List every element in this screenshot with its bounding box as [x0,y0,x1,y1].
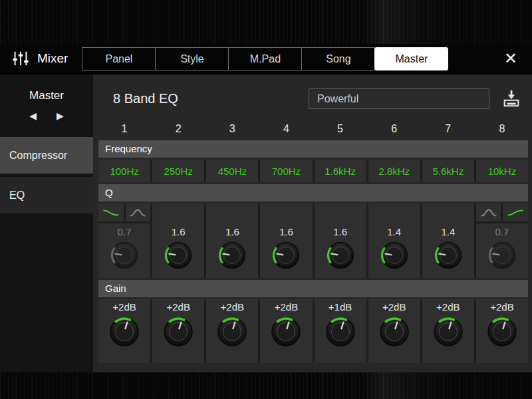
preset-selector[interactable]: Powerful [309,88,489,109]
q-knob[interactable] [476,239,528,271]
content-area: Master ◀ ▶ Compressor EQ 8 Band EQ Power… [0,74,532,372]
gain-knob[interactable] [98,315,150,349]
frequency-value-cell[interactable]: 5.6kHz [422,160,474,182]
peak-toggle[interactable] [476,203,503,221]
q-knob[interactable] [422,239,474,271]
gain-knob[interactable] [152,315,204,349]
q-band-cell: 1.6 [206,203,258,278]
peak-icon [480,207,497,218]
gain-knob[interactable] [260,315,312,349]
q-value: 1.6 [315,226,366,237]
q-band-cell: 1.4 [368,203,420,278]
frequency-value-cell[interactable]: 700Hz [260,160,312,182]
gain-value: +2dB [260,301,312,313]
q-band-cell: 0.7 [98,203,150,278]
high-shelf-toggle[interactable] [503,203,528,221]
tab-master[interactable]: Master [374,47,448,70]
gain-knob[interactable] [476,315,528,349]
frequency-value-cell[interactable]: 100Hz [98,160,150,182]
gain-band-cell: +2dB [422,299,474,363]
frequency-value-cell[interactable]: 2.8kHz [368,160,420,182]
high-shelf-icon [507,207,524,218]
gain-knob[interactable] [422,315,474,349]
sidebar-item-compressor[interactable]: Compressor [0,137,93,174]
band-number: 1 [98,118,150,140]
close-icon[interactable]: ✕ [504,51,517,66]
eq-header-row: 8 Band EQ Powerful [98,81,528,116]
band-numbers-row: 1 2 3 4 5 6 7 8 [98,118,528,140]
q-band-cell: 1.4 [422,203,474,278]
band-number: 6 [368,118,420,140]
band-number: 2 [152,118,204,140]
q-knob[interactable] [98,239,150,271]
frequency-value-cell[interactable]: 1.6kHz [315,160,366,182]
q-knob[interactable] [315,239,366,271]
q-band-cell: 1.6 [152,203,204,278]
gain-value: +2dB [476,301,528,313]
save-icon [501,88,521,108]
q-band-cell: 1.6 [315,203,366,278]
gain-knob[interactable] [315,315,366,349]
low-shelf-toggle[interactable] [98,203,126,221]
gain-value: +2dB [368,301,420,313]
band-number: 5 [315,118,366,140]
q-row: 0.7 1.6 1.6 [98,203,528,278]
frequency-value-cell[interactable]: 450Hz [206,160,258,182]
frequency-row: 100Hz 250Hz 450Hz 700Hz 1.6kHz 2.8kHz 5.… [98,160,528,182]
q-knob[interactable] [206,239,258,271]
tab-bar: Panel Style M.Pad Song Master [82,47,448,70]
frequency-value-cell[interactable]: 250Hz [152,160,204,182]
gain-band-cell: +1dB [315,299,366,363]
gain-knob[interactable] [206,315,258,349]
q-value: 1.4 [422,226,474,237]
section-header-gain: Gain [98,280,528,297]
q-value: 1.6 [260,226,312,237]
tab-style[interactable]: Style [155,47,229,70]
low-shelf-icon [102,207,120,218]
band-number: 3 [206,118,258,140]
section-header-frequency: Frequency [98,140,528,158]
q-value: 1.6 [206,226,258,237]
sidebar-pager: ◀ ▶ [0,110,93,121]
gain-value: +2dB [98,301,150,313]
prev-arrow-button[interactable]: ◀ [29,110,37,121]
eq-title: 8 Band EQ [113,91,178,106]
mixer-screen: Mixer Panel Style M.Pad Song Master ✕ Ma… [0,0,532,399]
tab-panel[interactable]: Panel [82,47,156,70]
peak-toggle[interactable] [126,203,151,221]
band-number: 7 [422,118,474,140]
save-button[interactable] [500,87,523,110]
gain-band-cell: +2dB [152,299,204,363]
q-value: 0.7 [476,226,528,237]
q-knob[interactable] [152,239,204,271]
mixer-faders-icon [11,49,31,68]
gain-row: +2dB +2dB +2dB [98,299,528,363]
q-band-cell: 0.7 [476,203,528,278]
filter-type-toggle-row [98,203,150,223]
gain-value: +2dB [206,301,258,313]
frequency-value-cell[interactable]: 10kHz [476,160,528,182]
section-header-q: Q [98,184,528,201]
sidebar-title: Master [0,89,93,102]
gain-value: +2dB [422,301,474,313]
gain-band-cell: +2dB [260,299,312,363]
header-bar: Mixer Panel Style M.Pad Song Master ✕ [0,44,532,74]
gain-knob[interactable] [368,315,420,349]
next-arrow-button[interactable]: ▶ [57,110,64,121]
gain-value: +1dB [315,301,366,313]
q-value: 1.6 [152,226,204,237]
top-bezel-texture [0,0,532,44]
q-knob[interactable] [260,239,312,271]
q-value: 0.7 [98,226,150,237]
band-number: 4 [260,118,312,140]
sidebar: Master ◀ ▶ Compressor EQ [0,74,93,372]
gain-band-cell: +2dB [368,299,420,363]
q-knob[interactable] [368,239,420,271]
gain-band-cell: +2dB [476,299,528,363]
bottom-bezel-texture [0,372,532,399]
gain-value: +2dB [152,301,204,313]
sidebar-item-eq[interactable]: EQ [0,177,93,213]
tab-song[interactable]: Song [301,47,375,70]
tab-mpad[interactable]: M.Pad [228,47,302,70]
band-number: 8 [476,118,528,140]
